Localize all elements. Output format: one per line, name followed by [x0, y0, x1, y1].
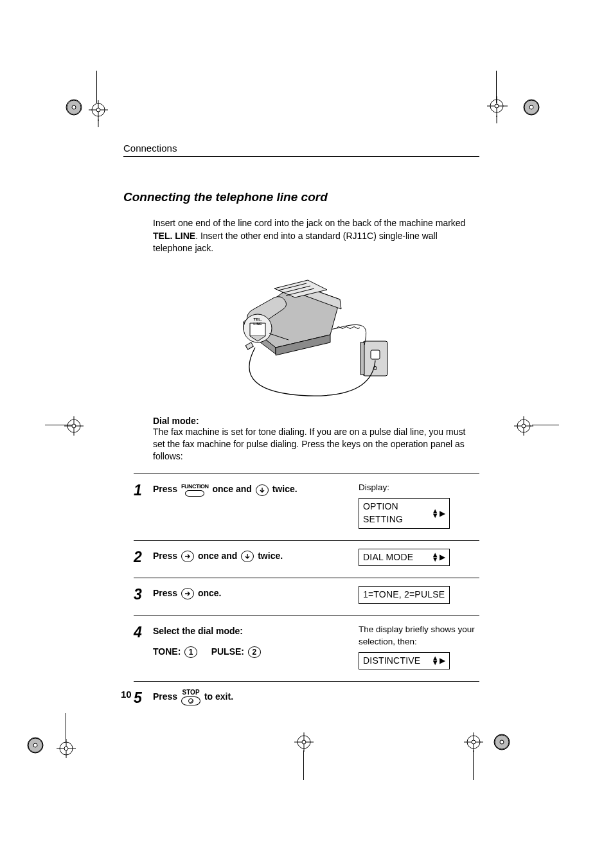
crosshair-icon [57, 739, 76, 758]
step-instruction: Press FUNCTION once and twice. [153, 482, 352, 496]
section-rule [123, 156, 479, 157]
tel-line-label: TEL. [254, 317, 262, 321]
pulse-label: PULSE: [211, 646, 247, 657]
step-number: 5 [134, 689, 147, 705]
svg-point-3 [92, 103, 105, 116]
svg-rect-45 [360, 342, 364, 375]
updown-right-arrows-icon: ▲▼▶ [432, 655, 445, 666]
display-label: Display: [359, 482, 479, 494]
step-display: The display briefly shows your selection… [359, 624, 479, 669]
svg-point-15 [529, 105, 533, 109]
tone-label: TONE: [153, 646, 183, 657]
lcd-readout: OPTION SETTING ▲▼▶ [359, 498, 450, 528]
step-instruction: Select the dial mode: TONE: 1 PULSE: 2 [153, 624, 352, 659]
intro-paragraph: Insert one end of the line cord into the… [153, 217, 468, 255]
registration-mark-icon [63, 96, 85, 118]
intro-bold: TEL. LINE [153, 231, 195, 241]
right-key-icon [181, 588, 194, 599]
svg-point-0 [66, 100, 82, 115]
svg-text:LINE: LINE [253, 322, 262, 326]
step-row: 5 Press STOP to exit. [134, 681, 479, 717]
dial-mode-block: Dial mode: The fax machine is set for to… [153, 416, 478, 463]
svg-point-34 [302, 740, 306, 744]
step-instruction: Press STOP to exit. [153, 689, 352, 705]
display-note: The display briefly shows your selection… [359, 624, 479, 648]
svg-point-24 [28, 738, 43, 753]
svg-point-23 [522, 424, 526, 428]
svg-point-11 [495, 104, 499, 108]
svg-point-6 [96, 108, 100, 112]
svg-point-13 [524, 100, 539, 115]
step-display: 1=TONE, 2=PULSE [359, 586, 479, 604]
steps-table: 1 Press FUNCTION once and twice. Display… [134, 474, 479, 717]
step-number: 1 [134, 482, 147, 498]
registration-mark-icon [24, 734, 46, 756]
crop-tick-icon [473, 750, 474, 780]
crosshair-icon [464, 732, 483, 752]
step-display: DIAL MODE ▲▼▶ [359, 549, 479, 567]
step-number: 3 [134, 586, 147, 602]
crop-tick-icon [96, 71, 97, 103]
key-1-icon: 1 [184, 646, 197, 658]
lcd-readout: DISTINCTIVE ▲▼▶ [359, 652, 450, 670]
updown-right-arrows-icon: ▲▼▶ [432, 552, 445, 563]
dial-mode-body: The fax machine is set for tone dialing.… [153, 426, 478, 463]
registration-mark-icon [491, 731, 513, 753]
crop-tick-icon [45, 425, 72, 425]
intro-text-b: . Insert the other end into a standard (… [153, 231, 438, 254]
updown-right-arrows-icon: ▲▼▶ [432, 508, 445, 519]
stop-key-icon: STOP [181, 689, 200, 705]
down-key-icon [256, 484, 269, 496]
svg-rect-43 [371, 350, 380, 359]
svg-point-26 [33, 743, 37, 747]
svg-point-41 [500, 740, 504, 744]
section-header: Connections [123, 143, 479, 154]
svg-point-2 [72, 105, 76, 109]
crosshair-icon [514, 416, 533, 436]
crop-tick-icon [303, 750, 304, 780]
step-row: 3 Press once. 1=TONE, 2=PULSE [134, 578, 479, 616]
right-key-icon [181, 551, 194, 562]
intro-text-a: Insert one end of the line cord into the… [153, 218, 465, 228]
down-key-icon [241, 551, 254, 562]
crosshair-icon [294, 732, 314, 752]
svg-point-19 [72, 424, 76, 428]
svg-point-16 [67, 420, 80, 432]
svg-point-30 [64, 747, 68, 750]
step-number: 4 [134, 624, 147, 640]
dial-mode-heading: Dial mode: [153, 416, 478, 426]
svg-point-14 [524, 100, 538, 114]
svg-point-40 [495, 735, 509, 749]
step-instruction: Press once and twice. [153, 549, 352, 563]
function-key-icon: FUNCTION [181, 484, 209, 497]
svg-point-1 [67, 100, 81, 114]
key-2-icon: 2 [248, 646, 261, 658]
step-row: 4 Select the dial mode: TONE: 1 PULSE: 2… [134, 616, 479, 681]
step4-line1: Select the dial mode: [153, 624, 352, 638]
svg-rect-52 [245, 342, 253, 350]
svg-point-20 [517, 420, 530, 432]
illustration: TEL. LINE [123, 264, 479, 407]
svg-point-25 [28, 738, 42, 752]
svg-point-31 [298, 736, 310, 748]
lcd-readout: DIAL MODE ▲▼▶ [359, 549, 450, 567]
crop-tick-icon [66, 713, 66, 743]
svg-point-27 [60, 742, 73, 755]
crosshair-icon [487, 96, 526, 123]
page-title: Connecting the telephone line cord [123, 190, 479, 204]
lcd-readout: 1=TONE, 2=PULSE [359, 586, 450, 604]
crosshair-icon [64, 416, 84, 436]
page-content: Connections Connecting the telephone lin… [123, 143, 479, 717]
page-number: 10 [121, 689, 132, 700]
step-number: 2 [134, 549, 147, 565]
step-display: Display: OPTION SETTING ▲▼▶ [359, 482, 479, 528]
fax-connection-illustration-icon: TEL. LINE [199, 264, 404, 404]
svg-point-39 [494, 734, 510, 750]
crop-tick-icon [532, 425, 559, 425]
crosshair-icon [89, 100, 108, 127]
step-row: 1 Press FUNCTION once and twice. Display… [134, 474, 479, 540]
registration-mark-icon [520, 96, 542, 118]
step-instruction: Press once. [153, 586, 352, 600]
svg-point-8 [490, 100, 503, 112]
step-row: 2 Press once and twice. DIAL MODE ▲▼▶ [134, 540, 479, 578]
